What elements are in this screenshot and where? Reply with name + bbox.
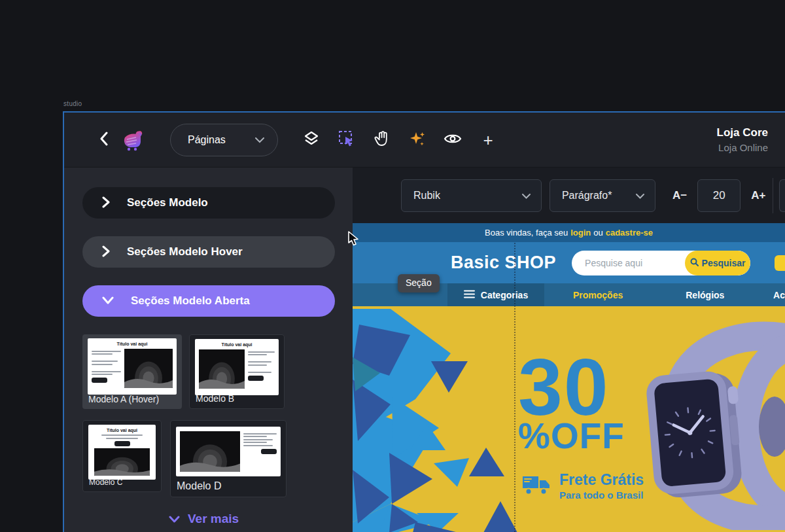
chevron-down-icon bbox=[102, 296, 114, 306]
sparkles-icon bbox=[408, 130, 427, 150]
login-link[interactable]: login bbox=[570, 228, 591, 238]
thumb-title: Título vai aqui bbox=[199, 342, 275, 347]
nav-item-truncated[interactable]: Ac bbox=[773, 290, 785, 300]
accordion-secoes-modelo-hover[interactable]: Seções Modelo Hover bbox=[82, 236, 335, 268]
topbar: Páginas bbox=[64, 113, 785, 168]
chevron-down-icon bbox=[169, 512, 180, 526]
template-card-label: Modelo C bbox=[89, 478, 122, 487]
template-thumbnail: Título vai aqui bbox=[88, 338, 177, 395]
cart-button-partial[interactable] bbox=[775, 255, 785, 271]
chevron-right-icon bbox=[102, 245, 110, 259]
template-card-modelo-d[interactable]: Modelo D bbox=[170, 420, 287, 497]
smartwatch-image bbox=[627, 311, 785, 532]
nav-categorias-label: Categorias bbox=[481, 290, 528, 300]
template-card-label: Modelo B bbox=[196, 393, 234, 404]
template-card-label: Modelo A (Hover) bbox=[88, 394, 159, 404]
pages-dropdown[interactable]: Páginas bbox=[170, 124, 278, 156]
workspace-subtitle: Loja Online bbox=[717, 142, 768, 153]
font-size-decrease-button[interactable]: A− bbox=[666, 189, 693, 202]
add-button[interactable]: + bbox=[478, 130, 498, 150]
search-button[interactable]: Pesquisar bbox=[685, 251, 750, 275]
template-thumbnail: Título vai aqui bbox=[195, 339, 279, 395]
store-search: Pesquisar bbox=[572, 251, 750, 275]
section-tooltip: Seção bbox=[398, 274, 440, 293]
chevron-down-icon bbox=[522, 190, 531, 202]
accordion-secoes-modelo-aberta[interactable]: Seções Modelo Aberta bbox=[82, 285, 335, 317]
back-button[interactable] bbox=[96, 132, 113, 149]
thumb-button bbox=[248, 376, 264, 381]
template-card-modelo-c[interactable]: Título vai aqui Modelo C bbox=[82, 420, 162, 492]
back-chevron-icon bbox=[99, 132, 109, 148]
font-family-select[interactable]: Rubik bbox=[401, 179, 542, 212]
chevron-down-icon bbox=[636, 190, 644, 202]
search-input[interactable] bbox=[572, 258, 685, 268]
text-toolbar: Rubik Parágrafo* A− A+ bbox=[353, 168, 785, 223]
nav-categorias[interactable]: Categorias bbox=[447, 283, 544, 306]
template-thumbnail bbox=[176, 427, 281, 476]
main-area: Seções Modelo Seções Modelo Hover Seções… bbox=[64, 168, 785, 532]
thumb-text-lines bbox=[248, 349, 275, 389]
text-style-value: Parágrafo* bbox=[562, 190, 612, 202]
thumb-title: Título vai aqui bbox=[92, 342, 173, 346]
ai-assist-button[interactable] bbox=[408, 130, 427, 150]
thumb-button bbox=[92, 378, 107, 383]
register-link[interactable]: cadastre-se bbox=[606, 228, 653, 238]
text-style-select[interactable]: Parágrafo* bbox=[550, 179, 655, 212]
ver-mais-label: Ver mais bbox=[188, 512, 239, 526]
ver-mais-link[interactable]: Ver mais bbox=[169, 512, 239, 526]
thumb-text-lines bbox=[92, 349, 121, 388]
font-family-value: Rubik bbox=[413, 190, 440, 202]
discount-percent: 30 bbox=[518, 352, 625, 424]
hand-tool-button[interactable] bbox=[372, 130, 392, 150]
select-tool-button[interactable] bbox=[337, 130, 357, 150]
store-brand: Basic SHOP bbox=[451, 253, 556, 273]
layers-icon bbox=[303, 130, 320, 149]
nav-promocoes[interactable]: Promoções bbox=[573, 290, 623, 300]
workspace-info: Loja Core Loja Online bbox=[717, 126, 768, 153]
template-card-modelo-a[interactable]: Título vai aqui bbox=[82, 334, 182, 409]
studio-label: studio bbox=[63, 100, 82, 107]
toolbar-divider bbox=[773, 178, 773, 213]
pages-dropdown-label: Páginas bbox=[188, 134, 226, 146]
accordion-secoes-modelo[interactable]: Seções Modelo bbox=[82, 187, 335, 219]
canvas-area: Rubik Parágrafo* A− A+ bbox=[353, 168, 785, 532]
discount-off: %OFF bbox=[518, 420, 625, 453]
thumb-image bbox=[124, 349, 173, 388]
font-size-increase-button[interactable]: A+ bbox=[744, 189, 772, 202]
template-card-modelo-b[interactable]: Título vai aqui bbox=[189, 334, 285, 409]
free-shipping: Frete Grátis Para todo o Brasil bbox=[521, 471, 644, 501]
store-welcome-bar: Boas vindas, faça seu login ou cadastre-… bbox=[353, 223, 785, 242]
search-icon bbox=[690, 258, 699, 268]
store-preview: Boas vindas, faça seu login ou cadastre-… bbox=[353, 223, 785, 532]
thumb-button bbox=[261, 449, 277, 454]
eye-icon bbox=[444, 132, 462, 147]
workspace-title: Loja Core bbox=[717, 126, 768, 139]
nav-relogios[interactable]: Relógios bbox=[686, 290, 724, 300]
template-card-label: Modelo D bbox=[177, 480, 221, 492]
store-banner[interactable]: 30 %OFF Frete Grátis Para todo o Brasil bbox=[353, 306, 785, 532]
template-cards-row-2: Título vai aqui Modelo C bbox=[82, 420, 353, 497]
font-size-input[interactable] bbox=[697, 179, 741, 212]
next-panel-edge bbox=[779, 179, 785, 212]
plus-icon: + bbox=[483, 132, 493, 149]
tool-icons: + bbox=[302, 130, 498, 150]
preview-button[interactable] bbox=[443, 130, 462, 150]
accordion-label: Seções Modelo bbox=[127, 196, 208, 209]
chevron-right-icon bbox=[102, 196, 110, 210]
search-button-label: Pesquisar bbox=[702, 258, 746, 268]
welcome-connector: ou bbox=[593, 228, 602, 238]
layers-tool-button[interactable] bbox=[302, 130, 321, 150]
thumb-image bbox=[94, 448, 150, 476]
hand-tool-icon bbox=[374, 130, 390, 149]
mouse-cursor-icon bbox=[347, 231, 360, 249]
accordion-label: Seções Modelo Hover bbox=[127, 245, 243, 258]
truck-icon bbox=[521, 474, 551, 499]
discount-text: 30 %OFF bbox=[518, 352, 625, 452]
template-cards-row-1: Título vai aqui bbox=[82, 334, 353, 409]
thumb-button bbox=[114, 441, 130, 446]
template-thumbnail: Título vai aqui bbox=[88, 425, 156, 480]
bird-logo-icon bbox=[119, 126, 147, 154]
thumb-image bbox=[180, 431, 240, 472]
thumb-text-lines bbox=[243, 431, 277, 472]
thumb-image bbox=[199, 349, 245, 389]
